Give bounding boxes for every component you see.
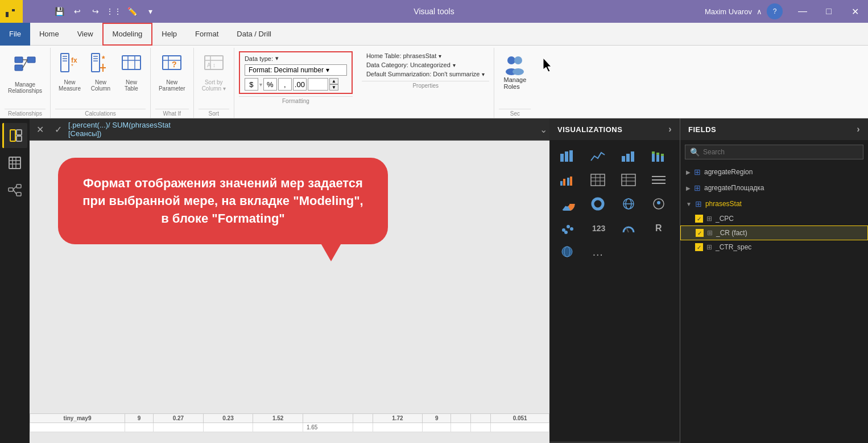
decimal-button[interactable]: , (278, 78, 292, 91)
formula-input-1[interactable] (68, 121, 538, 129)
viz-dots[interactable]: … (585, 240, 611, 263)
menu-view[interactable]: View (68, 23, 102, 46)
field-checkbox-CR-fact[interactable]: ✓ (696, 229, 704, 237)
sidebar-icon-data[interactable] (2, 150, 27, 175)
data-type-dropdown-icon[interactable]: ▾ (275, 55, 279, 62)
formula-input-2[interactable] (68, 129, 538, 138)
svg-rect-43 (16, 136, 22, 141)
currency-button[interactable]: $ (245, 78, 258, 91)
viz-globe[interactable] (615, 192, 642, 215)
dropdown-icon[interactable]: ▾ (142, 3, 158, 19)
decimal-spinner[interactable]: ▲ ▼ (329, 78, 338, 91)
svg-rect-67 (563, 179, 565, 186)
viz-clustered-bar[interactable] (554, 169, 580, 191)
decimal2-symbol: .00 (295, 80, 305, 89)
formula-confirm-button[interactable]: ✓ (50, 121, 66, 137)
data-category-arrow[interactable]: ▾ (453, 62, 456, 68)
svg-rect-58 (626, 154, 630, 162)
viz-map[interactable] (646, 192, 672, 215)
viz-matrix[interactable] (615, 169, 642, 191)
viz-number[interactable]: 123 (585, 216, 611, 239)
svg-line-9 (23, 60, 27, 68)
svg-rect-23 (122, 56, 140, 69)
spinner-up[interactable]: ▲ (329, 78, 338, 84)
new-table-button[interactable]: NewTable (117, 50, 146, 94)
fields-search-input[interactable] (703, 148, 858, 156)
undo-icon[interactable]: ↩ (69, 3, 85, 19)
formula-cancel-button[interactable]: ✕ (32, 121, 48, 137)
fields-search-box[interactable]: 🔍 (685, 145, 863, 159)
field-group-phrasesStat[interactable]: ▼ ⊞ phrasesStat (680, 196, 868, 212)
redo-icon[interactable]: ↪ (88, 3, 104, 19)
default-summarization-label: Default Summarization: Don't summarize (366, 71, 480, 77)
sidebar-icon-report[interactable] (2, 123, 27, 148)
save-icon[interactable]: 💾 (51, 3, 67, 19)
data-category-row: Data Category: Uncategorized ▾ (366, 61, 485, 68)
format-row: Format: Decimal number ▾ (245, 64, 347, 76)
spinner-down[interactable]: ▼ (329, 84, 338, 91)
field-name-CR-fact: _CR (fact) (716, 229, 862, 237)
viz-stacked-bar[interactable] (554, 145, 580, 167)
field-group-agregateПлощадка[interactable]: ▶ ⊞ agregateПлощадка (680, 180, 868, 196)
fields-expand[interactable]: › (857, 124, 860, 134)
relationships-section-label: Relationships (5, 109, 46, 118)
fields-title: FIELDS (688, 125, 716, 134)
new-measure-button[interactable]: fx * NewMeasure (55, 50, 84, 94)
paint-icon[interactable]: ✏️ (124, 3, 140, 19)
user-chevron[interactable]: ∧ (757, 7, 762, 16)
menu-help[interactable]: Help (152, 23, 186, 46)
viz-stacked-area[interactable] (646, 145, 672, 167)
field-checkbox-CTR-spec[interactable]: ✓ (695, 243, 703, 251)
close-button[interactable]: ✕ (842, 0, 868, 23)
menu-home[interactable]: Home (30, 23, 68, 46)
field-group-icon-0: ⊞ (694, 167, 701, 177)
menu-modeling[interactable]: Modeling (102, 23, 153, 46)
field-item-CR-fact[interactable]: ✓ ⊞ _CR (fact) (680, 225, 868, 240)
visualizations-expand[interactable]: › (668, 124, 672, 134)
new-column-button[interactable]: * NewColumn (86, 50, 115, 94)
viz-r-visual[interactable]: R (646, 216, 672, 239)
menu-data-drill[interactable]: Data / Drill (228, 23, 280, 46)
viz-scatter[interactable] (554, 216, 580, 239)
decimal2-button[interactable]: .00 (293, 78, 307, 91)
menu-file[interactable]: File (0, 23, 30, 46)
manage-roles-button[interactable]: ManageRoles (499, 50, 531, 92)
sort-by-column-button[interactable]: A ↕ Sort byColumn ▾ (199, 50, 229, 94)
decimal-places-input[interactable]: 3 (308, 78, 328, 91)
percent-button[interactable]: % (263, 78, 277, 91)
new-parameter-label: NewParameter (159, 78, 185, 92)
currency-arrow[interactable]: ▾ (259, 81, 262, 88)
manage-relationships-button[interactable]: ManageRelationships (5, 50, 46, 96)
sort-by-column-label: Sort byColumn ▾ (202, 78, 226, 92)
viz-line-chart[interactable] (585, 145, 611, 167)
field-group-icon-1: ⊞ (694, 183, 701, 192)
maximize-button[interactable]: □ (816, 0, 842, 23)
field-group-arrow-0: ▶ (686, 169, 691, 175)
viz-gauge[interactable] (615, 216, 642, 239)
formula-expand-button[interactable]: ⌄ (540, 124, 547, 135)
default-summarization-arrow[interactable]: ▾ (482, 71, 485, 77)
svg-point-91 (567, 225, 570, 228)
field-item-CPC[interactable]: ✓ ⊞ _CPC (680, 212, 868, 225)
svg-text:*: * (71, 63, 73, 69)
svg-line-95 (626, 228, 629, 232)
data-type-label: Data type: (245, 55, 273, 62)
format-dropdown[interactable]: Format: Decimal number ▾ (245, 64, 347, 76)
field-checkbox-CPC[interactable]: ✓ (695, 215, 703, 223)
field-group-agregateRegion[interactable]: ▶ ⊞ agregateRegion (680, 164, 868, 180)
minimize-button[interactable]: — (790, 0, 816, 23)
viz-pie[interactable] (554, 192, 580, 215)
sidebar-icon-model[interactable] (2, 178, 27, 203)
menu-format[interactable]: Format (186, 23, 228, 46)
connect-icon[interactable]: ⋮⋮ (106, 3, 122, 19)
content-panel: Формат отображения значений мер задается… (30, 141, 549, 443)
new-table-label: NewTable (125, 78, 138, 92)
home-table-arrow[interactable]: ▾ (439, 53, 441, 59)
viz-globe2[interactable] (554, 240, 580, 263)
viz-donut[interactable] (585, 192, 611, 215)
field-item-CTR-spec[interactable]: ✓ ⊞ _CTR_spec (680, 240, 868, 254)
new-parameter-button[interactable]: ? NewParameter (155, 50, 189, 94)
viz-table[interactable] (585, 169, 611, 191)
viz-area-chart[interactable] (615, 145, 642, 167)
viz-multirow[interactable] (646, 169, 672, 191)
